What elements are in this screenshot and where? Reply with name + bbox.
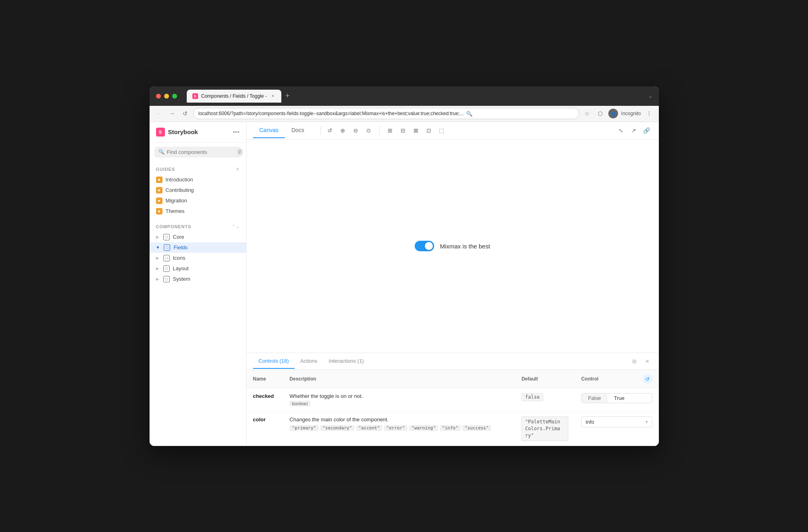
prop-tags-color: "primary" "secondary" "accent" "error" "…: [289, 425, 508, 431]
search-input[interactable]: [167, 149, 235, 155]
tab-canvas[interactable]: Canvas: [253, 123, 285, 138]
tag-error: "error": [384, 425, 407, 431]
tab-actions[interactable]: Actions: [295, 354, 323, 369]
toolbar-right: ⤡ ↗ 🔗: [615, 125, 652, 136]
sidebar-item-label: Fields: [173, 244, 188, 250]
sidebar-item-icons[interactable]: ▶ □ Icons: [150, 253, 246, 263]
sidebar-item-label: System: [173, 276, 190, 282]
tab-controls[interactable]: Controls (18): [253, 354, 295, 369]
sidebar-item-themes[interactable]: ■ Themes: [150, 206, 246, 217]
guides-section-close-icon[interactable]: ✕: [236, 166, 240, 172]
storybook-toolbar: Canvas Docs ↺ ⊕ ⊖ ⊙ ⊞ ⊟ ⊠ ⊡ ⬚ ⤡: [247, 122, 659, 140]
guides-section-title: GUIDES: [156, 167, 175, 172]
sidebar-item-label: Icons: [173, 255, 186, 261]
expand-icon[interactable]: ⤡: [615, 125, 627, 136]
sidebar-item-label: Introduction: [166, 177, 193, 183]
sidebar-item-migration[interactable]: ■ Migration: [150, 196, 246, 206]
doc-icon: ■: [156, 177, 162, 183]
col-control: Control ↺: [575, 370, 659, 388]
select-control-color[interactable]: info ▾: [581, 416, 652, 427]
bool-true-button[interactable]: True: [608, 393, 631, 403]
image-icon[interactable]: ⊞: [384, 125, 396, 136]
profile-avatar[interactable]: 👤: [608, 109, 618, 118]
sidebar-item-introduction[interactable]: ■ Introduction: [150, 175, 246, 185]
preview-frame: Mixmax is the best: [247, 140, 659, 353]
toggle-switch[interactable]: [415, 241, 434, 251]
browser-window: S Components / Fields / Toggle - ✕ + ⌄ ←…: [150, 86, 659, 446]
sidebar-item-label: Themes: [166, 208, 185, 214]
open-new-icon[interactable]: ↗: [628, 125, 639, 136]
link-icon[interactable]: 🔗: [641, 125, 652, 136]
window-dropdown-button[interactable]: ⌄: [648, 93, 652, 99]
search-icon: 🔍: [158, 149, 165, 155]
doc-icon: ■: [156, 198, 162, 204]
sidebar-item-label: Contributing: [166, 187, 194, 193]
folder-icon: □: [163, 234, 170, 240]
address-bar[interactable]: localhost:6006/?path=/story/components-f…: [193, 108, 579, 119]
select-value-color: info: [586, 419, 594, 425]
tab-favicon: S: [192, 93, 198, 99]
tab-bar: S Components / Fields / Toggle - ✕ +: [187, 90, 643, 103]
search-shortcut: /: [237, 149, 243, 155]
nav-bar: ← → ↺ localhost:6006/?path=/story/compon…: [150, 106, 659, 122]
guides-section-header: GUIDES ✕: [150, 164, 246, 175]
bool-control-checked: False True: [581, 393, 652, 403]
components-section-title: COMPONENTS: [156, 224, 192, 229]
tab-close-button[interactable]: ✕: [270, 93, 276, 99]
prop-name-color: color: [253, 416, 266, 423]
zoom-reset-icon[interactable]: ⊙: [363, 125, 374, 136]
sidebar-header: S Storybook •••: [150, 122, 246, 143]
tag-success: "success": [462, 425, 492, 431]
bool-false-button[interactable]: False: [582, 393, 608, 403]
toolbar-tabs: Canvas Docs: [253, 123, 311, 138]
tag-warning: "warning": [409, 425, 438, 431]
reload-button[interactable]: ↺: [180, 109, 190, 118]
col-description: Description: [283, 370, 515, 388]
forward-button[interactable]: →: [167, 109, 177, 118]
sidebar-more-button[interactable]: •••: [233, 128, 240, 136]
controls-table: Name Description Default Control ↺: [247, 370, 659, 446]
sidebar-item-layout[interactable]: ▶ □ Layout: [150, 263, 246, 274]
sidebar-item-contributing[interactable]: ■ Contributing: [150, 185, 246, 196]
back-button[interactable]: ←: [154, 109, 164, 118]
components-section-header: COMPONENTS ⌃⌄: [150, 221, 246, 232]
zoom-out-icon[interactable]: ⊖: [350, 125, 361, 136]
toggle-label: Mixmax is the best: [440, 243, 490, 250]
close-window-button[interactable]: [156, 94, 161, 99]
sidebar-item-label: Migration: [166, 198, 187, 204]
extensions-icon[interactable]: ⬡: [595, 109, 605, 118]
browser-tab-active[interactable]: S Components / Fields / Toggle - ✕: [187, 90, 282, 103]
chevron-down-icon: ▾: [646, 419, 648, 425]
sidebar-item-core[interactable]: ▶ □ Core: [150, 232, 246, 242]
browser-menu-icon[interactable]: ⋮: [644, 109, 654, 118]
sidebar-item-fields[interactable]: ▼ □ Fields: [150, 242, 246, 253]
toolbar-divider-2: [379, 126, 380, 135]
grid-icon[interactable]: ⊟: [397, 125, 409, 136]
new-tab-button[interactable]: +: [283, 92, 292, 100]
panel-icon[interactable]: ⊠: [410, 125, 422, 136]
folder-icon: □: [163, 265, 170, 272]
layout-icon[interactable]: ⊞: [630, 357, 639, 366]
tag-primary: "primary": [289, 425, 319, 431]
prop-description-checked: Whether the toggle is on or not.: [289, 393, 508, 399]
components-section-collapse-icon[interactable]: ⌃⌄: [232, 224, 240, 229]
fullscreen-icon[interactable]: ⬚: [436, 125, 447, 136]
tab-docs[interactable]: Docs: [285, 123, 311, 138]
zoom-in-icon[interactable]: ⊕: [337, 125, 348, 136]
tag-accent: "accent": [356, 425, 382, 431]
tab-interactions[interactable]: Interactions (1): [323, 354, 369, 369]
sidebar-item-system[interactable]: ▶ □ System: [150, 274, 246, 284]
bookmark-icon[interactable]: ☆: [582, 109, 592, 118]
close-controls-icon[interactable]: ✕: [643, 357, 652, 366]
table-row: checked Whether the toggle is on or not.…: [247, 388, 659, 412]
split-icon[interactable]: ⊡: [423, 125, 435, 136]
reset-controls-button[interactable]: ↺: [643, 374, 652, 384]
prop-name-checked: checked: [253, 393, 274, 399]
minimize-window-button[interactable]: [164, 94, 169, 99]
doc-icon: ■: [156, 187, 162, 193]
maximize-window-button[interactable]: [172, 94, 177, 99]
search-icon: 🔍: [466, 111, 473, 117]
reset-icon[interactable]: ↺: [324, 125, 335, 136]
sidebar: S Storybook ••• 🔍 / GUIDES ✕: [150, 122, 247, 446]
incognito-label: Incognito: [621, 111, 641, 116]
